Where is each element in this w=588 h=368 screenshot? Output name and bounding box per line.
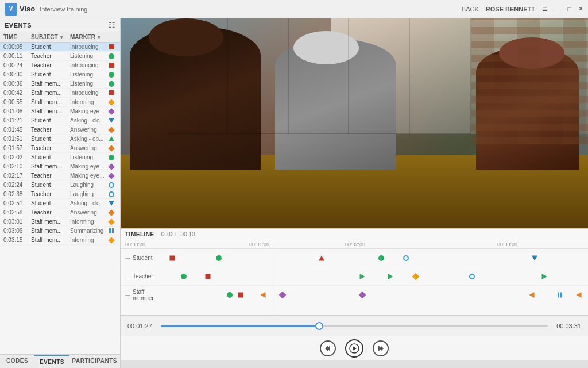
marker-icon (106, 164, 117, 169)
subject-filter-icon[interactable]: ▼ (59, 34, 64, 40)
svg-marker-1 (353, 346, 357, 350)
marker-filter-icon[interactable]: ▼ (96, 34, 102, 40)
video-placeholder (121, 18, 588, 228)
table-row[interactable]: 0:01:08Staff mem...Making eye... (0, 107, 120, 116)
track-events-student-left (164, 249, 274, 267)
playback-slider-thumb[interactable] (315, 322, 323, 330)
marker-icon (106, 44, 117, 49)
tm-teacher-tri3 (541, 274, 547, 279)
table-row[interactable]: 0:01:51StudentAsking - op... (0, 135, 120, 144)
table-row[interactable]: 0:01:45TeacherAnswering (0, 125, 120, 135)
tm-student-tri-d1 (532, 255, 537, 260)
marker-icon (106, 155, 117, 160)
tab-participants[interactable]: PARTICIPANTS (69, 355, 120, 368)
rewind-button[interactable] (320, 340, 336, 356)
menu-icon[interactable]: ≡ (542, 4, 547, 14)
table-row[interactable]: 0:02:10Staff mem...Making eye... (0, 162, 120, 171)
table-row[interactable]: 0:00:42Staff mem...Introducing (0, 89, 120, 98)
events-col-headers: TIME SUBJECT ▼ MARKER ▼ (0, 32, 120, 43)
col-time: TIME (3, 34, 31, 40)
table-row[interactable]: 0:00:55Staff mem...Informing (0, 98, 120, 107)
table-row[interactable]: 0:00:30StudentListening (0, 70, 120, 79)
marker-icon (106, 238, 117, 243)
playback-time-total: 00:03:31 (552, 323, 581, 329)
nav-back[interactable]: BACK (462, 6, 479, 13)
events-filter-icon[interactable]: ☷ (109, 21, 115, 29)
table-row[interactable]: 0:00:05StudentIntroducing (0, 43, 120, 52)
track-label-teacher: — Teacher (121, 273, 164, 279)
track-events-teacher-left (164, 267, 274, 285)
timeline-range: 00:00 - 00:10 (161, 231, 195, 237)
marker-icon (106, 53, 117, 59)
track-events-teacher-right (274, 267, 588, 285)
logo-icon: V (5, 3, 17, 16)
tab-codes[interactable]: CODES (0, 355, 34, 368)
table-row[interactable]: 0:02:02StudentListening (0, 153, 120, 162)
playback-slider-fill (161, 325, 319, 327)
marker-icon (106, 201, 117, 206)
tm-staff-tri2 (529, 292, 534, 298)
table-row[interactable]: 0:00:24TeacherIntroducing (0, 61, 120, 70)
play-button[interactable] (345, 339, 363, 358)
timeline-title: TIMELINE (125, 231, 154, 237)
tm-teacher-tri1 (359, 274, 365, 279)
table-row[interactable]: 0:02:17TeacherMaking eye... (0, 171, 120, 181)
left-panel: EVENTS ☷ TIME SUBJECT ▼ MARKER ▼ 0:00:05… (0, 18, 121, 368)
track-events-staff-left (164, 286, 274, 304)
tm-student-sq1 (170, 255, 175, 260)
tm-teacher-cir1 (469, 274, 475, 279)
playback-time-current: 00:01:27 (127, 323, 156, 329)
track-label-student: — Student (121, 255, 164, 261)
timeline-left-section[interactable]: 00:00:00 00:01:00 — Student (121, 240, 274, 315)
marker-icon (106, 210, 117, 215)
marker-icon (106, 128, 117, 132)
table-row[interactable]: 0:01:57TeacherAnswering (0, 144, 120, 153)
minimize-button[interactable]: — (554, 6, 560, 13)
table-row[interactable]: 0:02:38TeacherLaughing (0, 190, 120, 199)
table-row[interactable]: 0:02:51StudentAsking - clo... (0, 199, 120, 208)
playback-slider[interactable] (161, 325, 548, 327)
table-row[interactable]: 0:00:11TeacherListening (0, 52, 120, 61)
table-row[interactable]: 0:02:58TeacherAnswering (0, 208, 120, 217)
table-row[interactable]: 0:03:06Staff mem...Summarizing (0, 227, 120, 236)
table-row[interactable]: 0:03:01Staff mem...Informing (0, 217, 120, 227)
titlebar: V Viso Interview training BACK ROSE BENN… (0, 0, 588, 18)
track-row-staff-right (274, 286, 588, 304)
tm-teacher-tri2 (388, 274, 393, 279)
table-row[interactable]: 0:00:36Staff mem...Listening (0, 79, 120, 89)
tm-teacher-dia1 (412, 273, 419, 280)
col-subject: SUBJECT ▼ (31, 34, 70, 40)
marker-icon (106, 90, 117, 95)
marker-icon (106, 109, 117, 114)
track-spacer (121, 304, 274, 316)
marker-icon (106, 118, 117, 123)
timeline-right-section[interactable]: 00:02:00 00:03:00 (274, 240, 588, 315)
table-row[interactable]: 0:02:24StudentLaughing (0, 181, 120, 190)
window-title: Interview training (40, 6, 87, 13)
tab-events[interactable]: EVENTS (34, 355, 69, 368)
playback-bar: 00:01:27 00:03:31 (121, 315, 588, 336)
track-row-student-left: — Student (121, 249, 274, 267)
logo-text: Viso (20, 5, 35, 13)
table-row[interactable]: 0:01:21StudentAsking - clo... (0, 116, 120, 125)
bottom-tabs: CODES EVENTS PARTICIPANTS (0, 354, 120, 368)
tm-staff-sq1 (238, 292, 243, 297)
table-row[interactable]: 0:03:15Staff mem...Informing (0, 236, 120, 245)
marker-icon (106, 63, 117, 68)
marker-icon (106, 191, 117, 197)
close-button[interactable]: ✕ (578, 5, 583, 13)
events-table[interactable]: TIME SUBJECT ▼ MARKER ▼ 0:00:05StudentIn… (0, 32, 120, 354)
track-events-staff-right (274, 286, 588, 304)
video-area[interactable] (121, 18, 588, 228)
tm-staff-tri3 (576, 292, 581, 298)
timeline-header: TIMELINE 00:00 - 00:10 (121, 229, 588, 240)
col-marker: MARKER ▼ (70, 34, 106, 40)
maximize-button[interactable]: □ (567, 6, 571, 13)
user-name: ROSE BENNETT (486, 6, 535, 13)
track-row-teacher-right (274, 267, 588, 286)
tm-staff-dia2 (359, 291, 366, 298)
forward-button[interactable] (373, 340, 389, 356)
tm-staff-dot1 (227, 292, 233, 298)
logo: V Viso (5, 3, 35, 16)
tm-teacher-sq1 (205, 274, 210, 279)
